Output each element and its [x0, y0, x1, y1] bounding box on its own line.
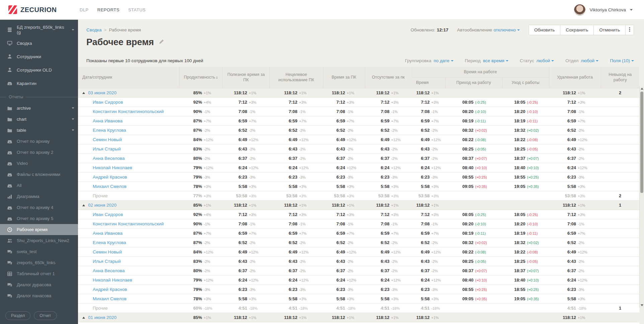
group-date-link[interactable]: 03 июня 2020: [88, 90, 116, 95]
employee-name-link[interactable]: Михаил Смелов: [93, 296, 127, 301]
sidebar-item-table[interactable]: table: [0, 125, 78, 136]
report-button[interactable]: Отчет: [34, 311, 57, 320]
column-header-приход-на-работу[interactable]: Приход на работу: [445, 78, 502, 88]
filter-группировка[interactable]: Группировкапо дате: [405, 58, 454, 64]
column-header-нецелевое-использование-пк[interactable]: Нецелевое использование ПК: [269, 67, 323, 88]
cell-delta: +7%: [249, 119, 260, 123]
employee-name-link[interactable]: Елена Круглова: [93, 240, 126, 245]
group-date-link[interactable]: 02 июня 2020: [88, 203, 116, 208]
cancel-button[interactable]: Отменить: [593, 25, 626, 35]
column-header-удаленная-работа[interactable]: Удаленная работа: [549, 67, 601, 88]
cell-delta: +1%: [249, 203, 260, 207]
save-button[interactable]: Сохранить: [560, 25, 594, 35]
employee-name-link[interactable]: Илья Старый: [93, 259, 121, 264]
employee-name-link[interactable]: Илья Старый: [93, 146, 121, 151]
sidebar-item-карантин[interactable]: Карантин: [0, 77, 78, 90]
column-header-отсутствие-за-пк[interactable]: Отсутствие за пк: [365, 67, 412, 88]
zecurion-logo[interactable]: ZECURION: [8, 5, 70, 14]
cell-delta: +3%: [299, 100, 310, 104]
sidebar-item-сотрудники[interactable]: Сотрудники: [0, 50, 78, 63]
employee-name-link[interactable]: Михаил Смелов: [93, 184, 127, 189]
filter-отдел[interactable]: Отделлюбой: [565, 58, 598, 64]
cell-delta: -2%: [431, 269, 442, 273]
column-header-уход-с-работы[interactable]: Уход с работы: [502, 78, 549, 88]
employee-name-link[interactable]: Андрей Краснов: [93, 287, 127, 292]
scroll-down-icon[interactable]: [641, 304, 643, 306]
user-menu[interactable]: Viktoriya Chirkova: [574, 0, 633, 20]
scrollbar-thumb[interactable]: [640, 92, 643, 193]
sidebar-item-файлы-с-вложениями[interactable]: Файлы с вложениями: [0, 169, 78, 180]
employee-name-link[interactable]: Семен Новый: [93, 249, 122, 254]
sidebar-item-диалог-дурасова[interactable]: Диалог дурасова: [0, 279, 78, 290]
cell-delta: +12%: [431, 278, 442, 282]
autorefresh-control[interactable]: Автообновление отключено: [457, 27, 520, 33]
employee-name-link[interactable]: Анна Веселова: [93, 268, 125, 273]
group-date-link[interactable]: 01 июня 2020: [88, 315, 116, 320]
collapse-icon[interactable]: [82, 204, 85, 206]
edit-pencil-icon[interactable]: [159, 39, 164, 46]
collapse-icon[interactable]: [82, 92, 85, 94]
sidebar-item-all[interactable]: All: [0, 180, 78, 191]
top-nav-status[interactable]: STATUS: [128, 7, 146, 12]
refresh-button[interactable]: Обновить: [529, 25, 560, 35]
filter-value[interactable]: Поля (10): [610, 58, 630, 63]
sidebar-item-диалог-панасова[interactable]: Диалог панасова: [0, 290, 78, 301]
sidebar-item-отчет-по-архиву-4[interactable]: Отчет по архиву 4: [0, 202, 78, 213]
sidebar-item-отчет-по-архиву-5[interactable]: Отчет по архиву 5: [0, 213, 78, 224]
column-header-невыход-на-работу[interactable]: Невыход на работу: [601, 67, 639, 88]
column-header-время-на-работе[interactable]: Время на работе: [412, 67, 549, 78]
more-options-button[interactable]: [625, 25, 634, 35]
employee-name-link[interactable]: Николай Николаев: [93, 165, 132, 170]
employee-name-link[interactable]: Иван Сидоров: [93, 100, 123, 105]
sidebar-item-video[interactable]: Video: [0, 158, 78, 169]
sidebar-item-отчет-по-архиву[interactable]: Отчет по архиву: [0, 136, 78, 147]
filter-период[interactable]: Периодвсе время: [465, 58, 508, 64]
sidebar-item-сотрудники-old[interactable]: Сотрудники OLD: [0, 63, 78, 77]
top-nav-dlp[interactable]: DLP: [80, 7, 89, 12]
sidebar-item-диаграмма[interactable]: Диаграмма: [0, 191, 78, 202]
sidebar-item-zreports-650k-links[interactable]: zreports_650k_links: [0, 257, 78, 268]
filter-статус[interactable]: Статуслюбой: [520, 58, 554, 64]
employee-name-link[interactable]: Николай Николаев: [93, 278, 132, 283]
arrival-cell: 09:05(+0:35): [445, 294, 502, 304]
vertical-scrollbar[interactable]: [639, 86, 644, 308]
autorefresh-value[interactable]: отключено: [493, 27, 516, 32]
scroll-up-icon[interactable]: [641, 88, 643, 90]
employee-name-link[interactable]: Иван Сидоров: [93, 212, 123, 217]
employee-name-link[interactable]: Константин Константинопольский: [93, 221, 164, 226]
sidebar-item-табличный-отчет-1[interactable]: Табличный отчет 1: [0, 268, 78, 279]
employee-name-link[interactable]: Андрей Краснов: [93, 175, 127, 180]
filter-value[interactable]: все время: [483, 58, 504, 63]
sidebar-item-рабочее-время[interactable]: Рабочее время: [0, 224, 78, 235]
sidebar-item-archive[interactable]: archive: [0, 103, 78, 114]
column-header-дата-сотрудник[interactable]: Дата/сотрудник: [78, 67, 179, 88]
sidebar-item-sveta-test[interactable]: sveta_test: [0, 246, 78, 257]
employee-name-link[interactable]: Константин Константинопольский: [93, 109, 164, 114]
employee-name-link[interactable]: Елена Круглова: [93, 128, 126, 133]
section-button[interactable]: Раздел: [5, 311, 30, 320]
column-header-продуктивность[interactable]: Продуктивность↓: [179, 67, 223, 88]
filter-value[interactable]: любой: [536, 58, 550, 63]
filter-поля-10-[interactable]: Поля (10): [610, 58, 634, 64]
employee-name-link[interactable]: Семен Новый: [93, 137, 122, 142]
sidebar-item-сводка[interactable]: Сводка: [0, 36, 78, 50]
time-cell: 6:43-2%: [412, 257, 445, 266]
sidebar-item-отчет-по-архиву-2[interactable]: Отчет по архиву 2: [0, 147, 78, 158]
employee-name-link[interactable]: Анна Иванова: [93, 118, 123, 123]
time-cell: 6:59+7%: [412, 116, 445, 126]
column-header-полезное-время-за-пк[interactable]: Полезное время за ПК: [223, 67, 269, 88]
employee-name-link[interactable]: Анна Веселова: [93, 156, 125, 161]
column-header-время[interactable]: Время: [412, 78, 445, 88]
sidebar-item-shu-zreports-links-new2[interactable]: Shu_Zreports_Links_New2: [0, 235, 78, 246]
sidebar-item-бд-zreports-650k-links-g[interactable]: БД zreports_650k_links (g: [0, 23, 78, 36]
filter-value[interactable]: любой: [581, 58, 594, 63]
cell-value: 18:37: [511, 268, 526, 273]
filter-value[interactable]: по дате: [433, 58, 449, 63]
employee-name-link[interactable]: Анна Иванова: [93, 231, 123, 236]
top-nav-reports[interactable]: REPORTS: [97, 7, 119, 12]
breadcrumb-link-svodka[interactable]: Сводка: [86, 27, 102, 32]
column-header-время-за-пк[interactable]: Время за ПК: [323, 67, 365, 88]
cell-value: 7:12: [233, 212, 247, 217]
sidebar-item-chart[interactable]: chart: [0, 114, 78, 125]
collapse-icon[interactable]: [82, 317, 85, 319]
